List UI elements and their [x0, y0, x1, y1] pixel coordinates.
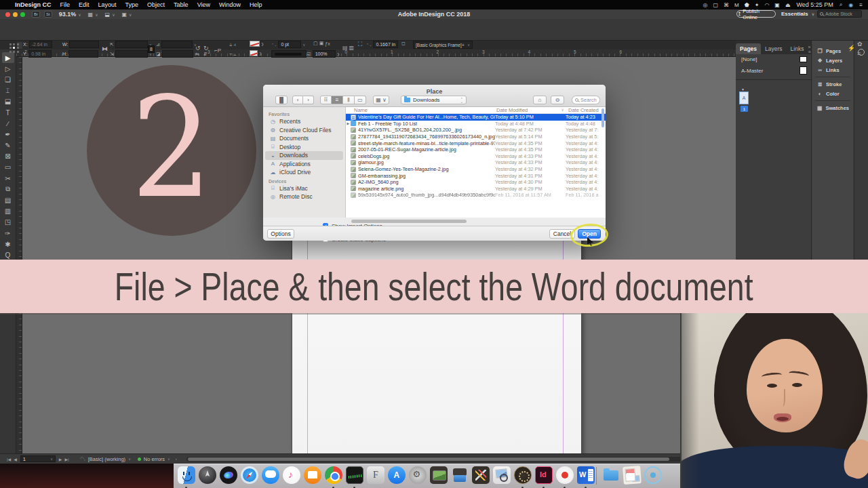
tab-pages[interactable]: Pages — [736, 43, 761, 54]
sidebar-item-remote-disc[interactable]: ◎Remote Disc — [263, 192, 345, 201]
sidebar-item-documents[interactable]: ▤Documents — [263, 134, 345, 143]
file-row[interactable]: glamour.jpgYesterday at 4:33 PMYesterday… — [346, 159, 606, 166]
dock-app-fontbook[interactable] — [367, 466, 384, 484]
panel-icon-links[interactable]: ∞Links — [812, 65, 853, 75]
menu-item-file[interactable]: File — [60, 1, 71, 8]
menu-item-indesign-cc[interactable]: InDesign CC — [15, 1, 52, 8]
menu-item-edit[interactable]: Edit — [79, 1, 90, 8]
dock-app-ibooks[interactable] — [304, 466, 321, 484]
tool-10[interactable]: ▭ — [2, 162, 14, 173]
align-icons[interactable]: ⫝⫞ — [229, 42, 236, 47]
gallery-view-button[interactable]: ▭ — [355, 96, 366, 104]
dock-app-downloads[interactable] — [602, 466, 620, 484]
tool-13[interactable]: ▤ — [2, 195, 14, 205]
open-button[interactable]: Open — [578, 229, 601, 239]
dock-app-documents[interactable] — [623, 466, 641, 484]
menu-item-window[interactable]: Window — [219, 1, 241, 8]
tool-9[interactable]: ⊠ — [2, 151, 14, 162]
dock-app-safari[interactable] — [241, 466, 258, 484]
menubar-status-icon[interactable]: M — [734, 2, 739, 8]
dock-app-imagecapture[interactable] — [451, 466, 469, 484]
dock-app-recorder[interactable] — [556, 466, 574, 484]
canvas-hscrollbar[interactable] — [186, 457, 688, 462]
panel-icon-stroke[interactable]: ≣Stroke — [812, 79, 853, 89]
dock-app-launchpad[interactable] — [199, 466, 216, 484]
tool-14[interactable]: ▥ — [2, 206, 14, 217]
corner-options-icons[interactable]: ▢▣ƒx — [313, 41, 330, 46]
column-date-created[interactable]: Date Created — [567, 107, 606, 113]
menu-item-layout[interactable]: Layout — [98, 1, 117, 8]
width-field[interactable]: W: — [62, 41, 99, 48]
prev-page-button[interactable]: ◀ — [14, 457, 17, 462]
cancel-button[interactable]: Cancel — [549, 229, 575, 239]
list-view-button[interactable]: ≡ — [332, 96, 343, 104]
vertical-ruler[interactable] — [16, 57, 22, 453]
sidebar-item-desktop[interactable]: ⌸Desktop — [263, 143, 345, 152]
last-page-button[interactable]: ▶| — [64, 457, 68, 462]
sidebar-item-icloud-drive[interactable]: ☁iCloud Drive — [263, 168, 345, 177]
tool-15[interactable]: ◳ — [2, 217, 14, 228]
dock-app-appstore[interactable] — [388, 466, 406, 484]
file-row[interactable]: 59x539145x974_auto0_thumb_jpg...d94df4db… — [346, 192, 606, 199]
file-row[interactable]: ▶Feb 1 - Freebie Top 10 ListToday at 4:4… — [346, 121, 606, 127]
panel-icon-pages[interactable]: ❐Pages — [812, 46, 853, 56]
rotate-ccw-icon[interactable]: ↺ — [195, 45, 201, 52]
menu-item-view[interactable]: View — [197, 1, 210, 8]
tool-6[interactable]: ∕ — [2, 118, 14, 129]
tool-2[interactable]: ❏ — [2, 74, 14, 85]
menubar-status-icon[interactable]: ⏏ — [785, 2, 791, 8]
menubar-status-icon[interactable]: ▢ — [713, 2, 718, 8]
corner-shape-icon[interactable]: ◻ — [401, 41, 406, 46]
column-view-button[interactable]: ⫴ — [343, 96, 355, 104]
quick-apply-icon[interactable]: ⚡ — [848, 45, 855, 52]
tool-12[interactable]: ⧉ — [2, 184, 14, 195]
page-number-field[interactable]: 1∨ — [20, 455, 56, 462]
view-options-icon[interactable]: ▦ — [88, 12, 94, 18]
tool-11[interactable]: ✂ — [2, 173, 14, 184]
constrain-proportions-icon[interactable]: ⧓ — [102, 45, 108, 52]
tags-button[interactable]: ⊖ — [551, 96, 564, 104]
close-window-button[interactable] — [5, 12, 10, 17]
group-by-button[interactable]: ▦ ∨ — [373, 96, 389, 104]
stroke-style-dropdown[interactable]: ∨ — [271, 50, 311, 58]
menu-item-table[interactable]: Table — [174, 1, 189, 8]
column-name[interactable]: Name — [346, 107, 496, 113]
panel-icon-color[interactable]: ◐Color — [812, 89, 853, 98]
dock-app-quicktime[interactable] — [514, 466, 532, 484]
panel-icon-layers[interactable]: ❖Layers — [812, 56, 853, 65]
file-row[interactable]: 27877784_1943119072683434_76899763360261… — [346, 134, 606, 140]
disclosure-icon[interactable]: ▶ — [346, 121, 351, 125]
sidebar-toggle-icon[interactable]: ▐▌ — [275, 96, 288, 104]
share-button[interactable]: ⌂ — [533, 96, 547, 104]
sidebar-item-downloads[interactable]: ◒Downloads — [265, 151, 343, 160]
file-row[interactable]: Selena-Gomez-Yes-Teen-Magazine-2.jpgYest… — [346, 166, 606, 173]
menu-item-type[interactable]: Type — [125, 1, 139, 8]
dock-app-preview[interactable] — [493, 466, 511, 484]
zoom-window-button[interactable] — [20, 12, 25, 17]
sidebar-item-recents[interactable]: ◷Recents — [263, 117, 345, 126]
dock-app-photos[interactable] — [430, 466, 448, 484]
panel-menu-icon[interactable]: ≡ — [857, 50, 861, 57]
sidebar-item-applications[interactable]: AApplications — [263, 160, 345, 169]
scrollbar-thumb[interactable] — [188, 458, 669, 461]
back-button[interactable]: ‹ — [292, 96, 303, 104]
tool-4[interactable]: ⬓ — [2, 96, 14, 107]
next-page-button[interactable]: ▶ — [59, 457, 62, 462]
menubar-status-icon[interactable]: ▣ — [774, 2, 780, 8]
stroke-weight-dropdown[interactable]: ⌃⌄0 pt∨ — [271, 41, 305, 48]
error-status[interactable]: No errors ∨ — [138, 456, 170, 462]
tool-0[interactable]: ▶ — [2, 52, 14, 63]
tool-8[interactable]: ✎ — [2, 140, 14, 151]
tool-17[interactable]: ✱ — [2, 239, 14, 249]
master-page-row-none[interactable]: [None] — [736, 54, 811, 64]
sidebar-item-creative-cloud-files[interactable]: ◍Creative Cloud Files — [263, 126, 345, 135]
adobe-stock-search[interactable]: Adobe Stock — [817, 10, 862, 18]
file-row[interactable]: celebDogs.jpgYesterday at 4:33 PMYesterd… — [346, 153, 606, 160]
tab-links[interactable]: Links — [787, 43, 808, 54]
stock-icon[interactable]: St — [44, 11, 52, 18]
file-row[interactable]: 41YhvGX57FL._SX258_BO1,204,203,200_.jpgY… — [346, 127, 606, 134]
y-position-field[interactable]: Y:0.98 in — [23, 50, 52, 58]
rotate-cw-icon[interactable]: ↻ — [203, 45, 209, 52]
sidebar-item-lisa-s-imac[interactable]: ⌸Lisa's iMac — [263, 184, 345, 193]
menubar-status-icon[interactable]: ⬟ — [745, 2, 749, 8]
